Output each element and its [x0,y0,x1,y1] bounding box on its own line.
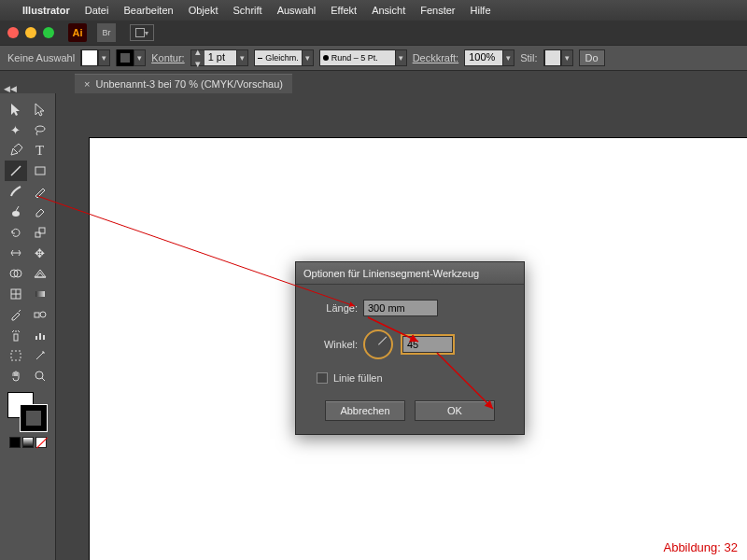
fill-line-checkbox[interactable]: Linie füllen [317,372,511,384]
bridge-icon[interactable]: Br [97,23,116,42]
width-tool[interactable] [5,243,27,263]
menu-hilfe[interactable]: Hilfe [471,5,491,16]
stroke-color[interactable] [21,405,47,431]
eraser-tool[interactable] [29,202,51,222]
blob-brush-tool[interactable] [5,202,27,222]
column-graph-tool[interactable] [29,325,51,345]
length-input[interactable]: 300 mm [363,300,438,316]
paintbrush-tool[interactable] [5,181,27,202]
document-tabs: ◀◀ × Unbenannt-3 bei 70 % (CMYK/Vorschau… [0,71,747,93]
menu-objekt[interactable]: Objekt [189,5,218,16]
opacity-label: Deckkraft: [413,52,459,63]
slice-tool[interactable] [29,345,51,366]
zoom-tool[interactable] [29,366,51,386]
line-segment-options-dialog: Optionen für Liniensegment-Werkzeug Läng… [295,261,525,435]
stroke-weight-stepper[interactable]: ▴▾1 pt▾ [190,49,248,66]
rectangle-tool[interactable] [29,161,51,181]
menu-datei[interactable]: Datei [85,5,109,16]
artboard-tool[interactable] [5,345,27,366]
menu-bearbeiten[interactable]: Bearbeiten [123,5,173,16]
stroke-label: Kontur: [151,52,184,63]
none-mode-icon[interactable] [35,437,47,448]
menu-schrift[interactable]: Schrift [233,5,261,16]
direct-selection-tool[interactable] [29,99,51,119]
zoom-window-icon[interactable] [43,27,54,38]
length-label: Länge: [309,302,358,314]
free-transform-tool[interactable]: ✥ [29,243,51,263]
magic-wand-tool[interactable]: ✦ [5,119,27,140]
document-tab[interactable]: × Unbenannt-3 bei 70 % (CMYK/Vorschau) [75,74,292,93]
fill-line-label: Linie füllen [333,372,383,384]
figure-caption: Abbildung: 32 [663,540,738,554]
app-icon: Ai [68,23,87,42]
variable-width-profile-dropdown[interactable]: Gleichm.▾ [254,49,314,66]
hand-tool[interactable] [5,366,27,386]
shape-builder-tool[interactable] [5,263,27,284]
scale-tool[interactable] [29,222,51,243]
angle-input[interactable]: 45 [402,336,453,353]
selection-status: Keine Auswahl [7,52,75,63]
svg-rect-9 [35,291,45,297]
svg-point-14 [35,371,43,379]
type-tool[interactable]: T [29,140,51,161]
document-setup-button[interactable]: Do [579,49,605,66]
svg-point-11 [40,312,46,317]
svg-point-0 [35,126,45,132]
svg-rect-10 [35,313,39,317]
app-name[interactable]: Illustrator [22,5,70,16]
close-window-icon[interactable] [7,27,19,38]
minimize-window-icon[interactable] [25,27,36,38]
menu-auswahl[interactable]: Auswahl [277,5,317,16]
brush-dropdown[interactable]: Rund – 5 Pt.▾ [319,49,407,66]
svg-line-1 [11,166,21,175]
checkbox-icon[interactable] [317,372,328,384]
opacity-field[interactable]: 100%▾ [464,49,514,66]
svg-point-3 [12,211,20,217]
lasso-tool[interactable] [29,119,51,140]
rotate-tool[interactable] [5,222,27,243]
menu-ansicht[interactable]: Ansicht [372,5,405,16]
arrange-documents-button[interactable]: ▾ [130,24,154,41]
fill-swatch-dropdown[interactable]: ▾ [80,49,110,66]
svg-rect-12 [14,334,18,341]
pen-tool[interactable] [5,140,27,161]
tab-title: Unbenannt-3 bei 70 % (CMYK/Vorschau) [95,78,283,90]
line-segment-tool[interactable] [5,161,27,181]
angle-wheel[interactable] [363,329,393,359]
blend-tool[interactable] [29,304,51,325]
selection-tool[interactable] [5,99,27,119]
eyedropper-tool[interactable] [5,304,27,325]
dialog-title[interactable]: Optionen für Liniensegment-Werkzeug [296,262,524,285]
gradient-tool[interactable] [29,284,51,304]
mesh-tool[interactable] [5,284,27,304]
stroke-swatch-dropdown[interactable]: ▾ [116,49,146,66]
perspective-grid-tool[interactable] [29,263,51,284]
close-tab-icon[interactable]: × [84,78,90,90]
window-titlebar: Ai Br ▾ [0,21,747,45]
expand-panels-icon[interactable]: ◀◀ [4,84,17,93]
pencil-tool[interactable] [29,181,51,202]
cancel-button[interactable]: Abbrechen [325,400,405,421]
fill-stroke-color-well[interactable] [7,392,49,433]
tools-panel: ✦ T ✥ [0,93,56,560]
macos-menubar: Illustrator Datei Bearbeiten Objekt Schr… [0,0,747,21]
ok-button[interactable]: OK [415,400,495,421]
svg-rect-13 [11,351,21,360]
svg-rect-2 [35,167,45,175]
control-bar: Keine Auswahl ▾ ▾ Kontur: ▴▾1 pt▾ Gleich… [0,45,747,71]
symbol-sprayer-tool[interactable] [5,325,27,345]
style-label: Stil: [520,52,537,63]
angle-label: Winkel: [309,339,358,350]
color-mode-icon[interactable] [9,437,21,448]
menu-effekt[interactable]: Effekt [331,5,357,16]
style-dropdown[interactable]: ▾ [543,49,573,66]
gradient-mode-icon[interactable] [22,437,34,448]
menu-fenster[interactable]: Fenster [420,5,455,16]
